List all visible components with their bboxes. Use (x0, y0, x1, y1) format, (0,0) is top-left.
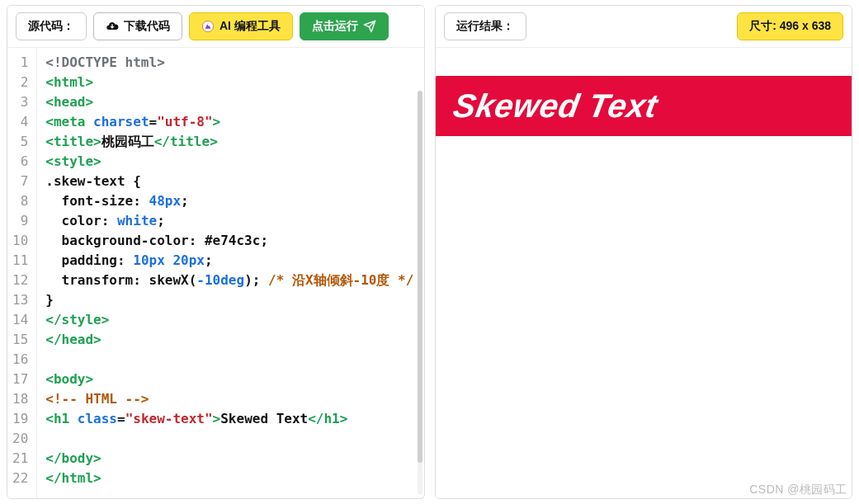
paper-plane-icon (363, 20, 376, 33)
download-label: 下载代码 (124, 19, 170, 34)
line-number: 15 (11, 330, 30, 350)
line-number: 6 (11, 152, 30, 172)
cloud-download-icon (106, 20, 119, 33)
line-number: 5 (11, 132, 30, 152)
ai-tool-label: AI 编程工具 (219, 19, 281, 34)
source-label-text: 源代码： (28, 19, 74, 34)
line-number: 11 (11, 251, 30, 271)
code-line[interactable]: </body> (45, 449, 415, 469)
line-number: 16 (11, 350, 30, 370)
code-line[interactable]: font-size: 48px; (45, 191, 415, 211)
line-number: 22 (11, 469, 30, 488)
result-toolbar: 运行结果： 尺寸: 496 x 638 (436, 6, 852, 48)
code-content[interactable]: <!DOCTYPE html><html><head><meta charset… (37, 48, 423, 498)
line-number: 1 (11, 53, 30, 73)
result-label-text: 运行结果： (456, 19, 514, 34)
code-line[interactable]: padding: 10px 20px; (45, 251, 415, 271)
watermark: CSDN @桃园码工 (749, 483, 847, 497)
code-line[interactable]: <!DOCTYPE html> (45, 53, 415, 73)
code-line[interactable] (45, 429, 415, 449)
skewed-text-heading: Skewed Text (435, 76, 853, 136)
line-number: 17 (11, 370, 30, 389)
line-number: 10 (11, 231, 30, 251)
code-line[interactable]: <body> (45, 370, 415, 389)
result-area: Skewed Text (436, 48, 852, 498)
code-editor[interactable]: 12345678910111213141516171819202122 <!DO… (7, 48, 424, 498)
size-badge[interactable]: 尺寸: 496 x 638 (737, 12, 843, 40)
line-number: 14 (11, 310, 30, 330)
code-line[interactable]: </html> (45, 469, 415, 488)
code-line[interactable]: .skew-text { (45, 172, 415, 191)
line-number: 7 (11, 172, 30, 191)
code-line[interactable]: </style> (45, 310, 415, 330)
code-line[interactable]: color: white; (45, 211, 415, 231)
line-number: 4 (11, 112, 30, 132)
scrollbar-thumb[interactable] (418, 91, 422, 463)
code-line[interactable]: </head> (45, 330, 415, 350)
line-number-gutter: 12345678910111213141516171819202122 (7, 48, 37, 498)
app-layout: 源代码： 下载代码 AI 编程工具 点击运行 (0, 0, 859, 504)
size-label: 尺寸: 496 x 638 (749, 19, 831, 34)
run-button[interactable]: 点击运行 (300, 12, 389, 40)
source-panel: 源代码： 下载代码 AI 编程工具 点击运行 (7, 5, 425, 499)
code-line[interactable]: <html> (45, 73, 415, 92)
line-number: 2 (11, 73, 30, 92)
code-line[interactable]: <meta charset="utf-8"> (45, 112, 415, 132)
line-number: 9 (11, 211, 30, 231)
ai-badge-icon (201, 20, 215, 33)
line-number: 18 (11, 389, 30, 409)
code-line[interactable] (45, 350, 415, 370)
code-line[interactable]: <h1 class="skew-text">Skewed Text</h1> (45, 409, 415, 429)
line-number: 20 (11, 429, 30, 449)
code-line[interactable]: } (45, 290, 415, 310)
line-number: 19 (11, 409, 30, 429)
line-number: 8 (11, 191, 30, 211)
code-line[interactable]: <title>桃园码工</title> (45, 132, 415, 152)
ai-tool-button[interactable]: AI 编程工具 (189, 12, 293, 40)
code-line[interactable]: <head> (45, 92, 415, 112)
source-toolbar: 源代码： 下载代码 AI 编程工具 点击运行 (7, 6, 424, 48)
source-label-button[interactable]: 源代码： (16, 12, 87, 40)
line-number: 3 (11, 92, 30, 112)
code-line[interactable]: transform: skewX(-10deg); /* 沿X轴倾斜-10度 *… (45, 271, 415, 290)
download-button[interactable]: 下载代码 (93, 12, 182, 40)
line-number: 12 (11, 271, 30, 290)
run-label: 点击运行 (312, 19, 358, 34)
line-number: 21 (11, 449, 30, 469)
result-panel: 运行结果： 尺寸: 496 x 638 Skewed Text (435, 5, 853, 499)
code-line[interactable]: <style> (45, 152, 415, 172)
code-line[interactable]: background-color: #e74c3c; (45, 231, 415, 251)
result-label-button[interactable]: 运行结果： (444, 12, 526, 40)
code-line[interactable]: <!-- HTML --> (45, 389, 415, 409)
line-number: 13 (11, 290, 30, 310)
scrollbar-track[interactable] (418, 91, 422, 495)
